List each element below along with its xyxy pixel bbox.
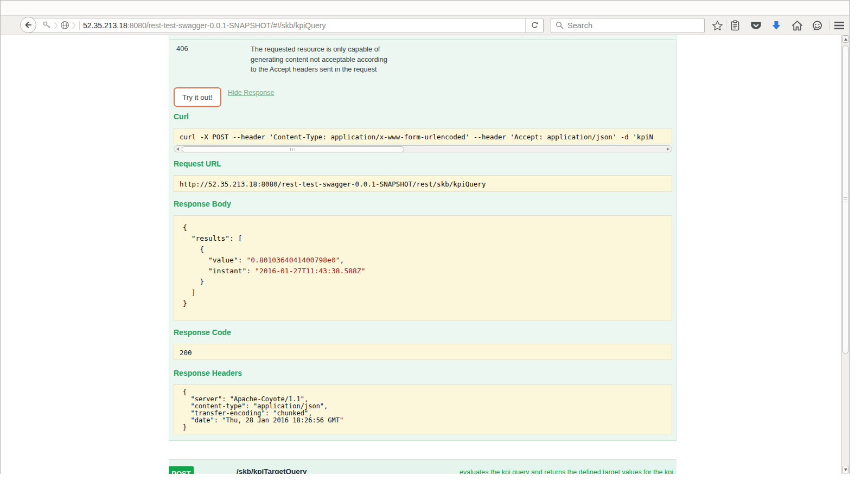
- scroll-down-button[interactable]: [843, 466, 848, 473]
- page-content: 406 The requested resource is only capab…: [1, 35, 843, 474]
- menu-hamburger-icon[interactable]: [833, 20, 845, 31]
- toolbar-divider: [726, 20, 726, 31]
- bookmark-star-icon[interactable]: [711, 20, 723, 31]
- site-identity-globe-icon[interactable]: [60, 21, 69, 30]
- scroll-left-arrow-icon[interactable]: [176, 147, 179, 151]
- operation-summary-link[interactable]: evaluates the kpi query and returns the …: [459, 468, 673, 474]
- response-table-row-divider: [169, 39, 676, 40]
- scrollbar-grip: [290, 148, 296, 151]
- http-method-badge[interactable]: POST: [169, 466, 194, 474]
- vertical-scrollbar[interactable]: [841, 35, 849, 474]
- urlbar-divider: [79, 21, 80, 30]
- screen: 52.35.213.18:8080/rest-test-swagger-0.0.…: [0, 0, 868, 488]
- reload-button[interactable]: [525, 18, 543, 33]
- home-icon[interactable]: [791, 20, 803, 31]
- scroll-up-button[interactable]: [843, 35, 848, 43]
- next-operation-row[interactable]: POST /skb/kpiTargetQuery evaluates the k…: [169, 459, 676, 474]
- operation-expanded-content: 406 The requested resource is only capab…: [169, 35, 676, 441]
- downloads-icon[interactable]: [770, 20, 782, 31]
- response-body-json: { "results": [ { "value": "0.80103640414…: [174, 215, 672, 320]
- url-text[interactable]: 52.35.213.18:8080/rest-test-swagger-0.0.…: [83, 21, 525, 30]
- request-url-heading: Request URL: [174, 159, 221, 168]
- up-arrow-icon: [844, 38, 847, 41]
- response-message-text: The requested resource is only capable o…: [251, 44, 393, 75]
- back-button[interactable]: [20, 17, 36, 33]
- vertical-scrollbar-thumb[interactable]: [843, 45, 848, 354]
- browser-window: 52.35.213.18:8080/rest-test-swagger-0.0.…: [0, 0, 850, 474]
- pocket-icon[interactable]: [750, 20, 762, 31]
- request-url-value: http://52.35.213.18:8080/rest-test-swagg…: [174, 175, 672, 192]
- url-bar[interactable]: 52.35.213.18:8080/rest-test-swagger-0.0.…: [28, 18, 544, 33]
- scrollbar-grip: [844, 197, 847, 202]
- url-host: 52.35.213.18: [83, 21, 127, 30]
- navigation-toolbar: 52.35.213.18:8080/rest-test-swagger-0.0.…: [1, 16, 849, 35]
- chevron-separator-icon: [72, 22, 76, 29]
- operation-path-link[interactable]: /skb/kpiTargetQuery: [237, 467, 307, 474]
- down-arrow-icon: [844, 468, 847, 471]
- key-icon: [42, 21, 52, 30]
- curl-heading: Curl: [174, 112, 189, 121]
- chevron-separator-icon: [54, 22, 58, 29]
- search-icon: [556, 21, 564, 29]
- toolbar-divider: [829, 20, 829, 31]
- bookmarks-clipboard-icon[interactable]: [729, 20, 741, 31]
- response-headers-json: { "server": "Apache-Coyote/1.1", "conten…: [174, 384, 672, 434]
- response-code-value: 200: [174, 344, 672, 360]
- url-path: :8080/rest-test-swagger-0.0.1-SNAPSHOT/#…: [127, 21, 326, 30]
- hello-smiley-icon[interactable]: [811, 20, 823, 31]
- tab-strip: [1, 1, 849, 16]
- horizontal-scrollbar-thumb[interactable]: [182, 146, 404, 152]
- scroll-right-arrow-icon[interactable]: [667, 147, 669, 151]
- try-it-out-button[interactable]: Try it out!: [174, 87, 221, 107]
- curl-horizontal-scrollbar[interactable]: [174, 145, 672, 152]
- search-box[interactable]: Search: [551, 18, 705, 33]
- response-headers-heading: Response Headers: [174, 369, 242, 377]
- search-placeholder: Search: [567, 21, 592, 30]
- response-body-heading: Response Body: [174, 200, 231, 208]
- hide-response-link[interactable]: Hide Response: [228, 89, 274, 97]
- curl-command: curl -X POST --header 'Content-Type: app…: [174, 129, 672, 144]
- response-message-code: 406: [176, 44, 188, 53]
- response-code-heading: Response Code: [174, 328, 231, 337]
